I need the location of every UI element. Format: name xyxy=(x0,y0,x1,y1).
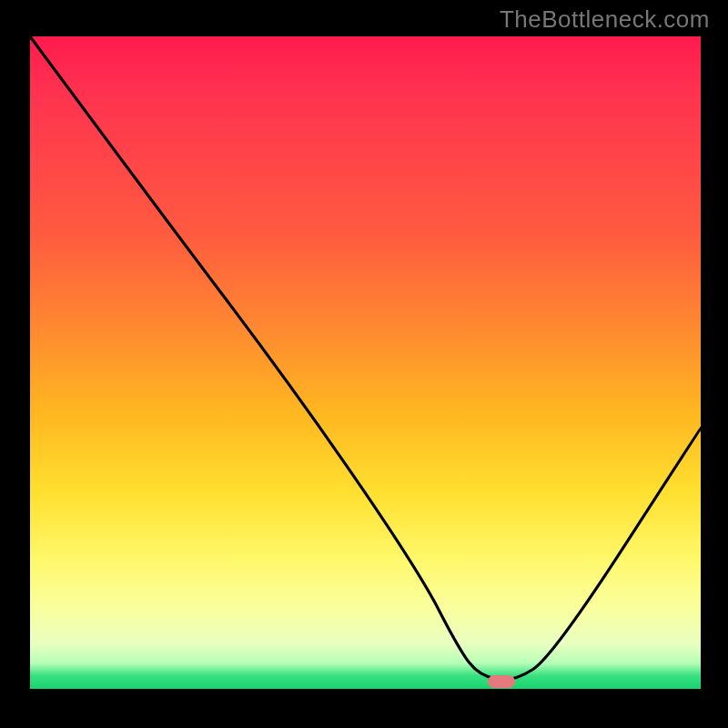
curve-path xyxy=(30,36,701,680)
watermark-text: TheBottleneck.com xyxy=(500,5,710,34)
optimal-point-marker xyxy=(488,675,515,688)
bottleneck-curve xyxy=(30,36,701,689)
plot-area xyxy=(27,36,701,692)
chart-frame: TheBottleneck.com xyxy=(0,0,728,728)
